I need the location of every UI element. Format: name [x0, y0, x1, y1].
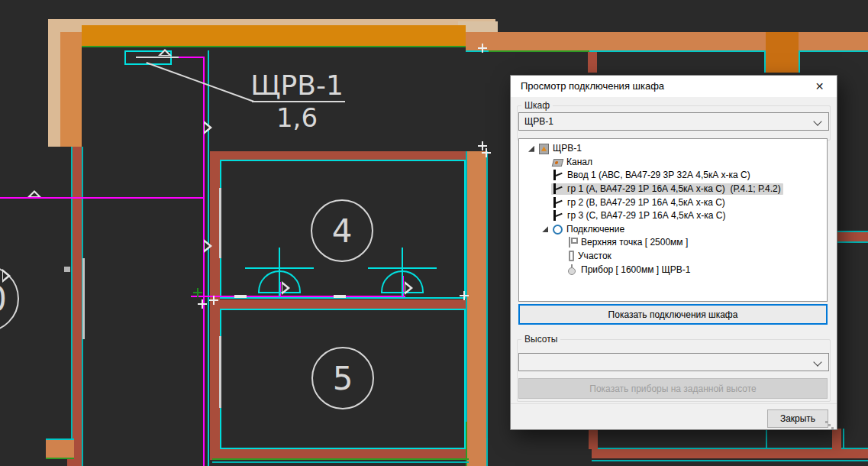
tree-item[interactable]: ЩРВ-1 [519, 142, 827, 156]
connection-icon [553, 225, 563, 235]
tree-item-label: гр 3 (С, ВА47-29 1Р 16А 4,5кА х-ка С) [567, 210, 726, 221]
arrow-icon [27, 190, 41, 197]
snap-cross [482, 148, 491, 157]
close-button[interactable]: Закрыть [767, 409, 828, 428]
channel-icon [552, 159, 563, 167]
marker [64, 267, 70, 272]
tree-item-label: Прибор [ 1600мм ] ЩРВ-1 [581, 264, 690, 275]
arrow-icon [204, 239, 212, 253]
dialog-titlebar[interactable]: Просмотр подключения шкафа ✕ [511, 76, 837, 97]
breaker-icon [553, 183, 563, 194]
tree-item-label: Участок [578, 251, 611, 261]
cabinet-tag-label: ЩРВ-1 [246, 70, 348, 101]
tree-item-label: Ввод 1 (АВС, ВА47-29 3Р 32А 4,5кА х-ка С… [567, 170, 750, 180]
wall-segment [466, 32, 868, 52]
tree-item[interactable]: гр 2 (В, ВА47-29 1Р 16А 4,5кА х-ка С) [519, 196, 827, 209]
wall-segment [589, 429, 598, 449]
segment-icon [569, 251, 574, 261]
wire-magenta [174, 57, 205, 58]
green-line [212, 458, 469, 460]
dialog-title: Просмотр подключения шкафа [521, 76, 664, 97]
expander-spacer [539, 170, 551, 181]
tree-item[interactable]: гр 1 (А, ВА47-29 1Р 16А 4,5кА х-ка С) (Р… [519, 183, 827, 196]
show-devices-button[interactable]: Показать приборы на заданной высоте [518, 378, 828, 399]
white-line [136, 57, 179, 58]
wall-segment [588, 52, 597, 73]
wire-magenta [0, 197, 205, 199]
snap-cross-green [193, 288, 202, 297]
wall-segment [210, 449, 469, 458]
wall-segment [67, 459, 74, 466]
tree-item[interactable]: Канал [519, 156, 827, 170]
tree-item[interactable]: гр 3 (С, ВА47-29 1Р 16А 4,5кА х-ка С) [519, 209, 827, 223]
wall-opening [219, 188, 221, 258]
snap-cross [460, 291, 469, 300]
expander-spacer [553, 238, 565, 248]
expander-icon[interactable] [525, 144, 537, 154]
breaker-icon [553, 197, 563, 208]
cyan-line [486, 151, 488, 466]
expander-icon[interactable] [539, 224, 551, 235]
chevron-down-icon [813, 117, 821, 125]
heights-combobox[interactable] [518, 353, 829, 371]
tree-item-label: Верхняя точка [ 2500мм ] [581, 237, 688, 248]
cyan-line [212, 461, 469, 463]
lamp-icon [368, 248, 437, 298]
arrow-icon [204, 121, 212, 134]
breaker-icon [553, 210, 563, 221]
breaker-icon [553, 170, 563, 180]
wall-segment [832, 429, 841, 449]
green-line [82, 46, 466, 47]
tree-item[interactable]: Ввод 1 (АВС, ВА47-29 3Р 32А 4,5кА х-ка С… [519, 169, 827, 183]
lamp-icon [245, 248, 314, 298]
resize-grip[interactable] [831, 427, 834, 429]
wall-segment [592, 449, 868, 458]
leader-line [146, 62, 254, 102]
footer-divider [511, 403, 837, 404]
expander-spacer [539, 184, 551, 195]
wall-segment [836, 232, 868, 241]
cyan-line [466, 151, 467, 466]
wall-segment [82, 25, 466, 47]
snap-cross [198, 299, 207, 309]
expander-spacer [553, 251, 565, 262]
close-icon[interactable]: ✕ [802, 76, 837, 97]
tree-item[interactable]: Подключение [519, 223, 827, 237]
snap-cross [478, 44, 487, 53]
tree-item[interactable]: Участок [519, 250, 827, 264]
wall-segment [60, 32, 82, 147]
resize-grip[interactable] [828, 424, 831, 426]
tree-item-label: гр 1 (А, ВА47-29 1Р 16А 4,5кА х-ка С) (Р… [567, 183, 781, 194]
heights-group-label: Высоты [521, 334, 560, 345]
cabinet-tree[interactable]: ЩРВ-1КаналВвод 1 (АВС, ВА47-29 3Р 32А 4,… [518, 138, 828, 302]
cabinet-combobox[interactable]: ЩРВ-1 [518, 112, 829, 131]
snap-cross [209, 296, 218, 305]
show-connections-button[interactable]: Показать подключения шкафа [518, 304, 828, 325]
wall-segment [766, 32, 799, 73]
arrow-icon [158, 49, 172, 56]
cyan-line [843, 429, 844, 448]
wall-segment [210, 151, 469, 160]
expander-spacer [539, 157, 551, 167]
tree-item[interactable]: Верхняя точка [ 2500мм ] [519, 236, 827, 250]
expander-spacer [539, 197, 551, 208]
cyan-line [592, 460, 868, 461]
room-number: 0 [0, 280, 7, 319]
toppoint-icon [566, 237, 577, 248]
tree-item-label: гр 2 (В, ВА47-29 1Р 16А 4,5кА х-ка С) [567, 197, 725, 208]
expander-spacer [539, 211, 551, 222]
green-line [489, 50, 589, 52]
expander-spacer [553, 264, 565, 275]
arrow-icon [2, 269, 11, 283]
tree-item[interactable]: Прибор [ 1600мм ] ЩРВ-1 [519, 263, 827, 277]
connection-viewer-dialog: Просмотр подключения шкафа ✕ Шкаф ЩРВ-1 … [510, 75, 837, 430]
wall-segment [467, 151, 486, 466]
room-label-4: 4 [311, 199, 373, 262]
chevron-down-icon [813, 358, 821, 366]
cabinet-group-label: Шкаф [521, 100, 553, 111]
wall-segment [48, 32, 60, 147]
resize-grip[interactable] [825, 421, 828, 423]
wire-magenta [203, 57, 205, 466]
app-window: ЩРВ-1 1,6 4 5 0 [0, 0, 868, 466]
cabinet-rating-label: 1,6 [246, 102, 348, 133]
